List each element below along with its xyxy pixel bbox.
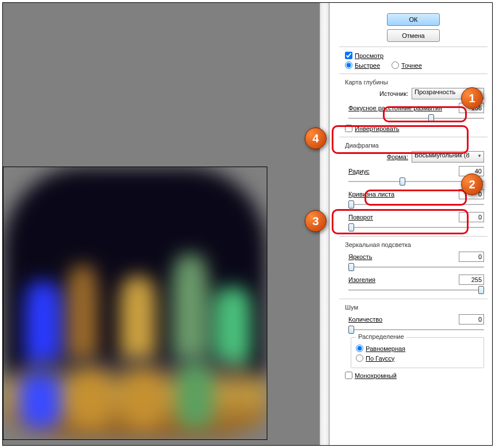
amount-slider[interactable] — [348, 326, 484, 334]
quality-faster-label: Быстрее — [355, 62, 380, 69]
quality-finer-label: Точнее — [401, 62, 422, 69]
focal-distance-label: Фокусное расстояние размытия — [348, 105, 442, 111]
brightness-label: Яркость — [348, 253, 372, 260]
distribution-group: Распределение Равномерная По Гауссу — [351, 337, 484, 368]
monochrome-label: Монохромный — [355, 372, 397, 379]
rotation-slider[interactable] — [348, 223, 484, 231]
gaussian-radio[interactable] — [356, 354, 363, 362]
brightness-slider[interactable] — [348, 263, 484, 271]
preview-checkbox-label: Просмотр — [355, 52, 383, 59]
badge-2: 2 — [461, 173, 483, 195]
distribution-title: Распределение — [356, 333, 406, 340]
invert-checkbox[interactable] — [345, 125, 352, 132]
curvature-label: Кривизна листа — [348, 191, 394, 198]
cancel-button[interactable]: Отмена — [387, 29, 440, 42]
monochrome-checkbox[interactable] — [345, 372, 352, 379]
badge-4: 4 — [305, 128, 327, 149]
preview-pane — [3, 3, 329, 445]
threshold-input[interactable] — [459, 275, 484, 285]
uniform-radio[interactable] — [356, 345, 363, 352]
preview-image — [3, 167, 267, 440]
source-label: Источник: — [345, 90, 408, 97]
gaussian-label: По Гауссу — [366, 355, 394, 362]
focal-distance-slider[interactable] — [348, 114, 484, 122]
amount-label: Количество — [348, 316, 382, 323]
radius-label: Радиус — [348, 168, 370, 175]
threshold-slider[interactable] — [348, 286, 484, 294]
ok-button[interactable]: ОК — [387, 13, 440, 26]
rotation-label: Поворот — [348, 214, 373, 221]
uniform-label: Равномерная — [366, 345, 405, 352]
shape-select[interactable]: Восьмиугольник (8 — [412, 151, 484, 163]
controls-panel: ОК Отмена Просмотр Быстрее Точнее Карта … — [339, 13, 488, 381]
curvature-slider[interactable] — [348, 200, 484, 208]
quality-faster-radio[interactable] — [345, 61, 352, 69]
preview-checkbox[interactable] — [345, 52, 352, 59]
quality-finer-radio[interactable] — [392, 61, 399, 69]
brightness-input[interactable] — [459, 252, 484, 262]
noise-title: Шум — [345, 304, 488, 311]
badge-3: 3 — [305, 210, 327, 232]
depth-map-title: Карта глубины — [345, 79, 488, 86]
rotation-input[interactable] — [459, 212, 484, 222]
threshold-label: Изогелия — [348, 276, 375, 283]
specular-title: Зеркальная подсветка — [345, 241, 488, 248]
shape-label: Форма: — [345, 153, 408, 160]
iris-title: Диафрагма — [345, 142, 488, 149]
invert-label: Инвертировать — [355, 125, 399, 132]
badge-1: 1 — [461, 87, 483, 109]
amount-input[interactable] — [459, 314, 484, 325]
